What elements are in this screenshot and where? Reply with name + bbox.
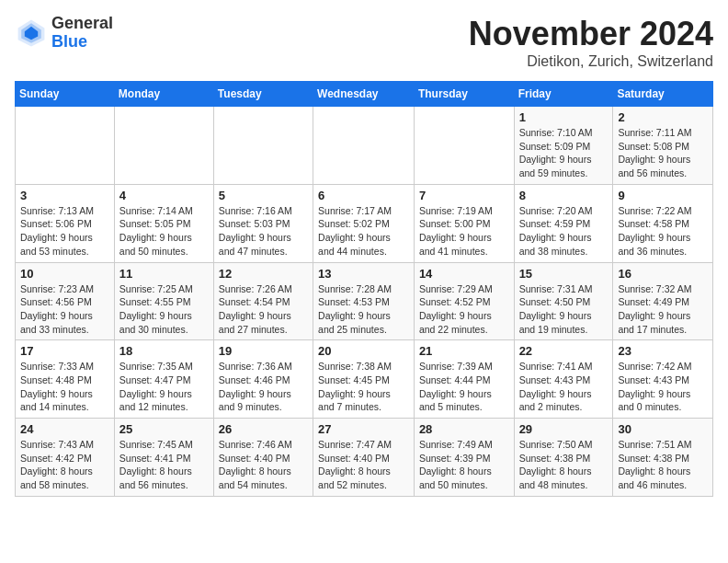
day-number: 7: [419, 189, 509, 202]
calendar-cell-w5-d4: 27Sunrise: 7:47 AM Sunset: 4:40 PM Dayli…: [313, 419, 415, 497]
day-info: Sunrise: 7:23 AM Sunset: 4:56 PM Dayligh…: [20, 282, 109, 337]
calendar-cell-w2-d7: 9Sunrise: 7:22 AM Sunset: 4:58 PM Daylig…: [613, 184, 713, 262]
calendar-cell-w2-d3: 5Sunrise: 7:16 AM Sunset: 5:03 PM Daylig…: [213, 184, 313, 262]
calendar-cell-w3-d1: 10Sunrise: 7:23 AM Sunset: 4:56 PM Dayli…: [16, 262, 115, 340]
day-info: Sunrise: 7:43 AM Sunset: 4:42 PM Dayligh…: [20, 438, 109, 492]
weekday-header-row: Sunday Monday Tuesday Wednesday Thursday…: [16, 82, 713, 107]
header-saturday: Saturday: [613, 82, 713, 107]
day-info: Sunrise: 7:19 AM Sunset: 5:00 PM Dayligh…: [419, 204, 509, 259]
header-tuesday: Tuesday: [213, 82, 313, 107]
title-section: November 2024 Dietikon, Zurich, Switzerl…: [469, 15, 713, 70]
week-row-3: 10Sunrise: 7:23 AM Sunset: 4:56 PM Dayli…: [16, 262, 713, 340]
calendar-cell-w5-d2: 25Sunrise: 7:45 AM Sunset: 4:41 PM Dayli…: [114, 419, 213, 497]
day-info: Sunrise: 7:31 AM Sunset: 4:50 PM Dayligh…: [519, 282, 609, 337]
calendar-cell-w5-d5: 28Sunrise: 7:49 AM Sunset: 4:39 PM Dayli…: [414, 419, 514, 497]
day-number: 10: [20, 267, 109, 281]
day-info: Sunrise: 7:32 AM Sunset: 4:49 PM Dayligh…: [618, 282, 708, 337]
day-number: 8: [519, 189, 609, 202]
day-number: 25: [119, 422, 209, 436]
day-number: 11: [119, 267, 209, 281]
calendar-cell-w3-d3: 12Sunrise: 7:26 AM Sunset: 4:54 PM Dayli…: [213, 262, 313, 340]
calendar-cell-w3-d4: 13Sunrise: 7:28 AM Sunset: 4:53 PM Dayli…: [313, 262, 415, 340]
calendar-cell-w2-d4: 6Sunrise: 7:17 AM Sunset: 5:02 PM Daylig…: [313, 184, 415, 262]
logo-icon: [15, 17, 48, 50]
calendar-cell-w1-d3: [213, 107, 313, 185]
day-number: 23: [618, 344, 708, 358]
day-info: Sunrise: 7:35 AM Sunset: 4:47 PM Dayligh…: [119, 360, 209, 414]
day-number: 12: [219, 267, 308, 281]
calendar-cell-w4-d4: 20Sunrise: 7:38 AM Sunset: 4:45 PM Dayli…: [313, 340, 415, 419]
calendar-cell-w4-d6: 22Sunrise: 7:41 AM Sunset: 4:43 PM Dayli…: [514, 340, 613, 419]
day-number: 27: [318, 422, 409, 436]
calendar-cell-w2-d2: 4Sunrise: 7:14 AM Sunset: 5:05 PM Daylig…: [114, 184, 213, 262]
day-number: 2: [618, 110, 708, 124]
day-number: 24: [20, 422, 109, 436]
month-title: November 2024: [469, 15, 713, 53]
day-number: 20: [318, 344, 409, 358]
day-number: 6: [318, 189, 409, 202]
header-sunday: Sunday: [16, 82, 115, 107]
calendar-cell-w3-d5: 14Sunrise: 7:29 AM Sunset: 4:52 PM Dayli…: [414, 262, 514, 340]
calendar-cell-w5-d6: 29Sunrise: 7:50 AM Sunset: 4:38 PM Dayli…: [514, 419, 613, 497]
day-info: Sunrise: 7:33 AM Sunset: 4:48 PM Dayligh…: [20, 360, 109, 414]
logo-text: General Blue: [51, 15, 113, 52]
calendar-cell-w4-d3: 19Sunrise: 7:36 AM Sunset: 4:46 PM Dayli…: [213, 340, 313, 419]
day-info: Sunrise: 7:20 AM Sunset: 4:59 PM Dayligh…: [519, 204, 609, 259]
calendar-cell-w3-d7: 16Sunrise: 7:32 AM Sunset: 4:49 PM Dayli…: [613, 262, 713, 340]
day-number: 21: [419, 344, 509, 358]
day-number: 30: [618, 422, 708, 436]
header-monday: Monday: [114, 82, 213, 107]
day-number: 4: [119, 189, 209, 202]
day-number: 16: [618, 267, 708, 281]
day-info: Sunrise: 7:47 AM Sunset: 4:40 PM Dayligh…: [318, 438, 409, 492]
day-number: 1: [519, 110, 609, 124]
day-info: Sunrise: 7:26 AM Sunset: 4:54 PM Dayligh…: [219, 282, 308, 337]
calendar-header: Sunday Monday Tuesday Wednesday Thursday…: [16, 82, 713, 107]
calendar-cell-w1-d2: [114, 107, 213, 185]
day-number: 9: [618, 189, 708, 202]
week-row-4: 17Sunrise: 7:33 AM Sunset: 4:48 PM Dayli…: [16, 340, 713, 419]
header-friday: Friday: [514, 82, 613, 107]
header-wednesday: Wednesday: [313, 82, 415, 107]
day-info: Sunrise: 7:49 AM Sunset: 4:39 PM Dayligh…: [419, 438, 509, 492]
day-info: Sunrise: 7:11 AM Sunset: 5:08 PM Dayligh…: [618, 126, 708, 180]
day-number: 3: [20, 189, 109, 202]
day-info: Sunrise: 7:45 AM Sunset: 4:41 PM Dayligh…: [119, 438, 209, 492]
logo-blue-text: Blue: [51, 33, 113, 52]
header-thursday: Thursday: [414, 82, 514, 107]
day-number: 14: [419, 267, 509, 281]
calendar-cell-w4-d2: 18Sunrise: 7:35 AM Sunset: 4:47 PM Dayli…: [114, 340, 213, 419]
calendar-cell-w1-d1: [16, 107, 115, 185]
calendar-table: Sunday Monday Tuesday Wednesday Thursday…: [15, 81, 713, 497]
day-info: Sunrise: 7:41 AM Sunset: 4:43 PM Dayligh…: [519, 360, 609, 414]
calendar-cell-w1-d4: [313, 107, 415, 185]
day-info: Sunrise: 7:29 AM Sunset: 4:52 PM Dayligh…: [419, 282, 509, 337]
day-info: Sunrise: 7:17 AM Sunset: 5:02 PM Dayligh…: [318, 204, 409, 259]
week-row-5: 24Sunrise: 7:43 AM Sunset: 4:42 PM Dayli…: [16, 419, 713, 497]
calendar-cell-w5-d7: 30Sunrise: 7:51 AM Sunset: 4:38 PM Dayli…: [613, 419, 713, 497]
calendar-cell-w5-d1: 24Sunrise: 7:43 AM Sunset: 4:42 PM Dayli…: [16, 419, 115, 497]
calendar-cell-w1-d5: [414, 107, 514, 185]
day-number: 18: [119, 344, 209, 358]
day-info: Sunrise: 7:28 AM Sunset: 4:53 PM Dayligh…: [318, 282, 409, 337]
day-info: Sunrise: 7:51 AM Sunset: 4:38 PM Dayligh…: [618, 438, 708, 492]
day-info: Sunrise: 7:46 AM Sunset: 4:40 PM Dayligh…: [219, 438, 308, 492]
calendar-cell-w4-d7: 23Sunrise: 7:42 AM Sunset: 4:43 PM Dayli…: [613, 340, 713, 419]
day-info: Sunrise: 7:13 AM Sunset: 5:06 PM Dayligh…: [20, 204, 109, 259]
day-info: Sunrise: 7:39 AM Sunset: 4:44 PM Dayligh…: [419, 360, 509, 414]
day-number: 13: [318, 267, 409, 281]
day-number: 19: [219, 344, 308, 358]
day-number: 26: [219, 422, 308, 436]
day-number: 28: [419, 422, 509, 436]
day-number: 17: [20, 344, 109, 358]
day-info: Sunrise: 7:50 AM Sunset: 4:38 PM Dayligh…: [519, 438, 609, 492]
calendar-cell-w2-d1: 3Sunrise: 7:13 AM Sunset: 5:06 PM Daylig…: [16, 184, 115, 262]
calendar-cell-w2-d6: 8Sunrise: 7:20 AM Sunset: 4:59 PM Daylig…: [514, 184, 613, 262]
calendar-cell-w3-d2: 11Sunrise: 7:25 AM Sunset: 4:55 PM Dayli…: [114, 262, 213, 340]
calendar-body: 1Sunrise: 7:10 AM Sunset: 5:09 PM Daylig…: [16, 107, 713, 497]
day-info: Sunrise: 7:10 AM Sunset: 5:09 PM Dayligh…: [519, 126, 609, 180]
day-info: Sunrise: 7:14 AM Sunset: 5:05 PM Dayligh…: [119, 204, 209, 259]
week-row-1: 1Sunrise: 7:10 AM Sunset: 5:09 PM Daylig…: [16, 107, 713, 185]
logo-general-text: General: [51, 15, 113, 33]
day-info: Sunrise: 7:16 AM Sunset: 5:03 PM Dayligh…: [219, 204, 308, 259]
